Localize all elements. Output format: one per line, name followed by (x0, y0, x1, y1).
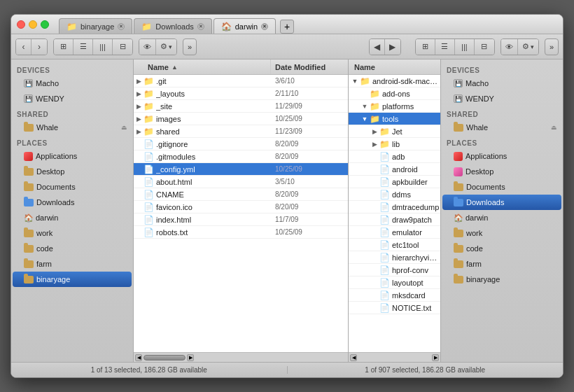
sidebar-item-darwin[interactable]: 🏠 darwin (13, 210, 132, 225)
file-row[interactable]: ▶ 📄 draw9patch (349, 214, 440, 226)
icon-view-btn-r[interactable]: ⊞ (416, 39, 435, 55)
expand-arrow[interactable]: ▶ (134, 128, 144, 135)
sidebar-item-macho-r[interactable]: 💾 Macho (442, 76, 561, 91)
more-btn-r[interactable]: » (545, 38, 559, 55)
tab-close-button[interactable]: ✕ (261, 23, 268, 30)
sidebar-item-downloads[interactable]: Downloads (13, 195, 132, 210)
list-view-btn-r[interactable]: ☰ (435, 39, 455, 55)
file-row[interactable]: ▶ 📄 .gitignore 8/20/09 (134, 138, 348, 150)
sidebar-item-whale-r[interactable]: Whale ⏏ (442, 120, 561, 135)
file-row[interactable]: ▶ 📄 dmtracedump (349, 201, 440, 214)
file-row[interactable]: ▶ 📄 android (349, 163, 440, 176)
more-button[interactable]: » (183, 38, 197, 55)
sidebar-item-macho[interactable]: 💾 Macho (13, 76, 132, 91)
file-row[interactable]: ▶ 📄 emulator (349, 226, 440, 239)
expand-arrow[interactable]: ▶ (370, 128, 379, 135)
tab-downloads[interactable]: 📁 Downloads ✕ (134, 18, 211, 34)
list-view-button[interactable]: ☰ (74, 39, 93, 55)
file-row-selected[interactable]: ▶ 📄 _config.yml 10/25/09 (134, 163, 348, 176)
expand-arrow[interactable]: ▼ (360, 115, 370, 122)
expand-arrow[interactable]: ▶ (370, 141, 379, 148)
sidebar-item-applications-r[interactable]: Applications (442, 148, 561, 164)
column-view-button[interactable]: ||| (93, 39, 113, 55)
cover-view-button[interactable]: ⊟ (113, 39, 132, 55)
file-row[interactable]: ▶ 📄 adb (349, 150, 440, 163)
back-button[interactable]: ‹ (16, 39, 31, 55)
sidebar-item-work-r[interactable]: work (442, 225, 561, 241)
file-row[interactable]: ▶ 📄 mksdcard (349, 289, 440, 302)
gear-button[interactable]: ⚙▾ (156, 39, 176, 55)
tab-close-button[interactable]: ✕ (118, 23, 125, 30)
file-row[interactable]: ▶ 📄 layoutopt (349, 276, 440, 289)
expand-arrow[interactable]: ▶ (134, 115, 144, 122)
prev-button[interactable]: ◀ (370, 39, 385, 55)
eject-icon[interactable]: ⏏ (121, 124, 127, 131)
file-row[interactable]: ▶ 📄 favicon.ico 8/20/09 (134, 201, 348, 214)
zoom-button[interactable] (41, 20, 49, 29)
quick-look-btn-r[interactable]: 👁 (501, 39, 518, 55)
file-row[interactable]: ▶ 📄 hprof-conv (349, 264, 440, 276)
file-row[interactable]: ▶ 📄 ddms (349, 188, 440, 201)
file-row[interactable]: ▶ 📄 hierarchyviewer (349, 251, 440, 264)
quick-look-button[interactable]: 👁 (139, 39, 156, 55)
file-row[interactable]: ▶ 📄 apkbuilder (349, 176, 440, 188)
sidebar-item-applications[interactable]: Applications (13, 148, 132, 164)
scroll-right-btn[interactable]: ▶ (432, 354, 439, 361)
sidebar-item-desktop-r[interactable]: Desktop (442, 164, 561, 179)
file-row[interactable]: ▶ 📄 CNAME 8/20/09 (134, 188, 348, 201)
sidebar-item-code[interactable]: code (13, 241, 132, 256)
sidebar-item-farm[interactable]: farm (13, 256, 132, 272)
sidebar-item-desktop[interactable]: Desktop (13, 164, 132, 179)
file-row[interactable]: ▼ 📁 android-sdk-mac_86 (349, 75, 440, 88)
tab-binaryage[interactable]: 📁 binaryage ✕ (59, 18, 132, 34)
minimize-button[interactable] (29, 20, 37, 29)
cover-view-btn-r[interactable]: ⊟ (475, 39, 494, 55)
sidebar-item-documents[interactable]: Documents (13, 179, 132, 195)
sidebar-item-darwin-r[interactable]: 🏠 darwin (442, 210, 561, 225)
file-row[interactable]: ▶ 📁 .git 3/6/10 (134, 75, 348, 88)
file-row[interactable]: ▶ 📁 _site 11/29/09 (134, 100, 348, 113)
next-button[interactable]: ▶ (385, 39, 400, 55)
gear-btn-r[interactable]: ⚙▾ (518, 39, 538, 55)
file-row[interactable]: ▶ 📄 about.html 3/5/10 (134, 176, 348, 188)
column-view-btn-r[interactable]: ||| (455, 39, 475, 55)
add-tab-button[interactable]: + (280, 20, 294, 34)
file-row[interactable]: ▶ 📄 .gitmodules 8/20/09 (134, 150, 348, 163)
close-button[interactable] (17, 20, 25, 29)
sidebar-item-downloads-r[interactable]: Downloads (442, 195, 561, 210)
date-column-header[interactable]: Date Modified (271, 63, 348, 71)
eject-icon[interactable]: ⏏ (551, 124, 557, 131)
file-row[interactable]: ▼ 📁 platforms (349, 100, 440, 113)
file-row[interactable]: ▶ 📁 images 10/25/09 (134, 113, 348, 125)
expand-arrow[interactable]: ▶ (134, 103, 144, 110)
sidebar-item-wendy[interactable]: 💾 WENDY (13, 91, 132, 106)
tab-darwin[interactable]: 🏠 darwin ✕ (214, 18, 276, 34)
scroll-right-btn[interactable]: ▶ (187, 354, 194, 361)
forward-button[interactable]: › (31, 39, 47, 55)
file-row[interactable]: ▶ 📁 add-ons (349, 88, 440, 100)
scroll-thumb[interactable] (144, 355, 186, 360)
file-row[interactable]: ▶ 📁 _layouts 2/11/10 (134, 88, 348, 100)
file-row[interactable]: ▶ 📄 index.html 11/7/09 (134, 214, 348, 226)
expand-arrow[interactable]: ▼ (360, 103, 370, 110)
sidebar-item-work[interactable]: work (13, 225, 132, 241)
file-row[interactable]: ▶ 📁 lib (349, 138, 440, 150)
file-row[interactable]: ▶ 📄 robots.txt 10/25/09 (134, 226, 348, 239)
file-row[interactable]: ▶ 📁 shared 11/23/09 (134, 125, 348, 138)
tab-close-button[interactable]: ✕ (197, 23, 204, 30)
sidebar-item-whale[interactable]: Whale ⏏ (13, 120, 132, 135)
file-row-selected[interactable]: ▼ 📁 tools (349, 113, 440, 125)
sidebar-item-wendy-r[interactable]: 💾 WENDY (442, 91, 561, 106)
sidebar-item-documents-r[interactable]: Documents (442, 179, 561, 195)
sidebar-item-code-r[interactable]: code (442, 241, 561, 256)
file-row[interactable]: ▶ 📄 NOTICE.txt (349, 302, 440, 314)
scroll-left-btn[interactable]: ◀ (135, 354, 142, 361)
scroll-left-btn[interactable]: ◀ (350, 354, 357, 361)
sidebar-item-binaryage-r[interactable]: binaryage (442, 272, 561, 287)
file-row[interactable]: ▶ 📄 etc1tool (349, 239, 440, 251)
icon-view-button[interactable]: ⊞ (54, 39, 74, 55)
expand-arrow[interactable]: ▶ (134, 90, 144, 97)
name-column-header[interactable]: Name ▲ (134, 59, 271, 74)
expand-arrow[interactable]: ▼ (350, 78, 360, 85)
expand-arrow[interactable]: ▶ (134, 78, 144, 85)
